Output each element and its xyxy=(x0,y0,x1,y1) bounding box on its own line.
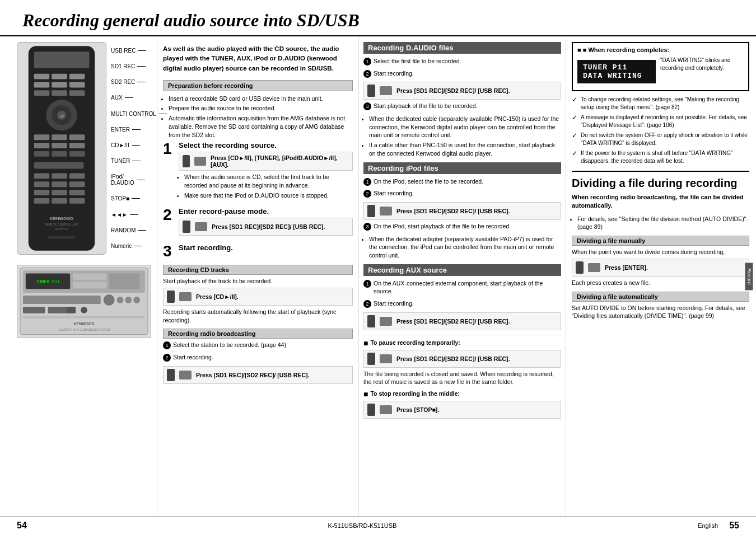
radio-step-2-text: Start recording. xyxy=(173,353,213,362)
label-sd1-rec: SD1 REC xyxy=(111,63,167,69)
step-2-press-text: Press [SD1 REC]/[SD2 REC]/ [USB REC]. xyxy=(212,223,325,230)
left-column: OK xyxy=(0,36,157,517)
svg-rect-20 xyxy=(69,143,85,148)
daudio-step-2-text: Start recording. xyxy=(374,69,414,78)
svg-text:KENWOOD: KENWOOD xyxy=(50,216,73,221)
ipod-section: 1 On the iPod, select the file to be rec… xyxy=(363,177,561,260)
check-item-3: ✓ Do not switch the system OFF or apply … xyxy=(572,132,749,147)
svg-rect-19 xyxy=(52,143,67,148)
aux-header: Recording AUX source xyxy=(363,264,561,276)
svg-rect-5 xyxy=(34,82,50,88)
svg-rect-29 xyxy=(52,181,67,187)
middle-column: As well as the audio played with the CD … xyxy=(157,36,358,517)
daudio-step-3: 3 Start playback of the file to be recor… xyxy=(363,102,561,113)
display-line-1: TUNER P11 xyxy=(583,63,650,72)
page: Recording general audio source into SD/U… xyxy=(0,0,756,534)
side-tab: Record xyxy=(745,263,753,290)
right-mid-column: Recording D.AUDIO files 1 Select the fir… xyxy=(358,36,566,517)
svg-rect-16 xyxy=(52,134,67,140)
preparation-list: Insert a recordable SD card or USB devic… xyxy=(163,95,353,139)
pause-note: The file being recorded is closed and sa… xyxy=(363,370,561,386)
ipod-press-text: Press [SD1 REC]/[SD2 REC]/ [USB REC]. xyxy=(396,208,510,214)
pause-press: Press [SD1 REC]/[SD2 REC]/ [USB REC]. xyxy=(363,350,561,368)
svg-rect-46 xyxy=(73,282,106,288)
unit-icon xyxy=(194,157,206,166)
dividing-auto-header: Dividing a file automatically xyxy=(572,292,749,302)
label-aux: AUX xyxy=(111,95,167,101)
dividing-section: Dividing a file during recording When re… xyxy=(572,176,749,320)
page-num-right: 55 xyxy=(729,521,739,531)
check-text-1: To change recording-related settings, se… xyxy=(581,96,749,111)
svg-rect-25 xyxy=(34,173,50,179)
svg-rect-26 xyxy=(52,173,67,179)
recording-cd-press: Press [CD►/II]. xyxy=(163,288,353,306)
dividing-subtitle: When recording radio broadcasting, the f… xyxy=(572,193,749,210)
svg-text:REMOTE CONTROL UNIT: REMOTE CONTROL UNIT xyxy=(45,223,78,226)
remote-icon-6 xyxy=(367,205,375,217)
pause-section: ■ To pause recording temporarily: Press … xyxy=(363,339,561,386)
aux-press: Press [SD1 REC]/[SD2 REC]/ [USB REC]. xyxy=(363,312,561,330)
when-complete-header-label: ■ When recording completes: xyxy=(583,46,670,53)
daudio-press-1: Press [SD1 REC]/[SD2 REC]/ [USB REC]. xyxy=(363,82,561,100)
dividing-manual-note: Each press creates a new file. xyxy=(572,279,749,287)
step-2-press: Press [SD1 REC]/[SD2 REC]/ [USB REC]. xyxy=(179,218,353,236)
check-text-3: Do not switch the system OFF or apply sh… xyxy=(581,132,749,147)
stop-header: To stop recording in the middle: xyxy=(370,390,460,397)
page-footer: 54 K-511USB/RD-K511USB English 55 xyxy=(0,517,756,534)
radio-step-1: 1 Select the station to be recorded. (pa… xyxy=(163,341,353,352)
svg-rect-24 xyxy=(34,162,84,169)
svg-rect-45 xyxy=(73,273,106,280)
step-1-title: Select the recording source. xyxy=(179,141,353,149)
recording-cd-section: Start playback of the track to be record… xyxy=(163,277,353,324)
unit-icon-4 xyxy=(179,371,192,380)
svg-point-51 xyxy=(125,297,132,303)
radio-step-1-text: Select the station to be recorded. (page… xyxy=(173,341,286,349)
recording-cd-press-text: Press [CD►/II]. xyxy=(196,293,239,300)
svg-rect-1 xyxy=(34,51,90,68)
daudio-step-2: 2 Start recording. xyxy=(363,69,561,80)
recording-cd-body: Start playback of the track to be record… xyxy=(163,277,353,285)
prep-bullet-1: Insert a recordable SD card or USB devic… xyxy=(169,95,353,103)
svg-rect-21 xyxy=(34,151,50,157)
label-cd: CD►/II xyxy=(111,142,167,148)
unit-icon-6 xyxy=(380,207,392,216)
remote-icon-2 xyxy=(183,221,190,233)
recording-cd-note: Recording starts automatically following… xyxy=(163,308,353,324)
svg-rect-7 xyxy=(69,82,85,88)
svg-rect-54 xyxy=(48,307,71,313)
svg-rect-40 xyxy=(48,236,75,239)
recording-radio-header: Recording radio broadcasting xyxy=(163,329,353,339)
stop-press: Press [STOP■]. xyxy=(363,401,561,419)
dividing-manual-header: Dividing a file manually xyxy=(572,236,749,246)
preparation-header: Preparation before recording xyxy=(163,80,353,91)
step-1-content: Select the recording source. Press [CD►/… xyxy=(179,141,353,202)
label-stop: STOP■ xyxy=(111,195,167,202)
ipod-step-2-text: Start recording. xyxy=(374,189,414,198)
dividing-auto-body: Set AUTO DIVIDE to ON before starting re… xyxy=(572,304,749,320)
remote-icon-7 xyxy=(367,315,375,327)
footer-left-label: K-511USB/RD-K511USB xyxy=(328,522,397,529)
unit-icon-7 xyxy=(380,317,392,326)
svg-rect-55 xyxy=(23,316,145,318)
svg-rect-17 xyxy=(69,134,85,140)
main-unit-image: TUNER P11 KENWOOD xyxy=(17,265,151,338)
ipod-bullets: When the dedicated adapter (separately a… xyxy=(363,235,561,260)
remote-svg: OK xyxy=(17,42,106,255)
check-item-2: ✓ A message is displayed if recording is… xyxy=(572,114,749,129)
pause-press-text: Press [SD1 REC]/[SD2 REC]/ [USB REC]. xyxy=(396,355,510,362)
remote-icon-10 xyxy=(576,261,584,274)
display-box: TUNER P11 DATA WRITING xyxy=(577,60,656,83)
svg-rect-58 xyxy=(67,307,76,313)
unit-icon-2 xyxy=(195,222,207,231)
svg-rect-8 xyxy=(34,90,50,96)
svg-rect-2 xyxy=(34,74,50,79)
svg-point-49 xyxy=(104,294,115,306)
ipod-step-3: 3 On the iPod, start playback of the fil… xyxy=(363,222,561,233)
svg-rect-33 xyxy=(69,190,85,195)
svg-rect-3 xyxy=(52,74,67,79)
daudio-bullets: When the dedicated cable (separately ava… xyxy=(363,115,561,157)
daudio-step-1-text: Select the first file to be recorded. xyxy=(374,57,461,65)
aux-press-text: Press [SD1 REC]/[SD2 REC]/ [USB REC]. xyxy=(396,318,510,325)
svg-rect-53 xyxy=(23,307,45,313)
unit-icon-9 xyxy=(380,405,392,414)
